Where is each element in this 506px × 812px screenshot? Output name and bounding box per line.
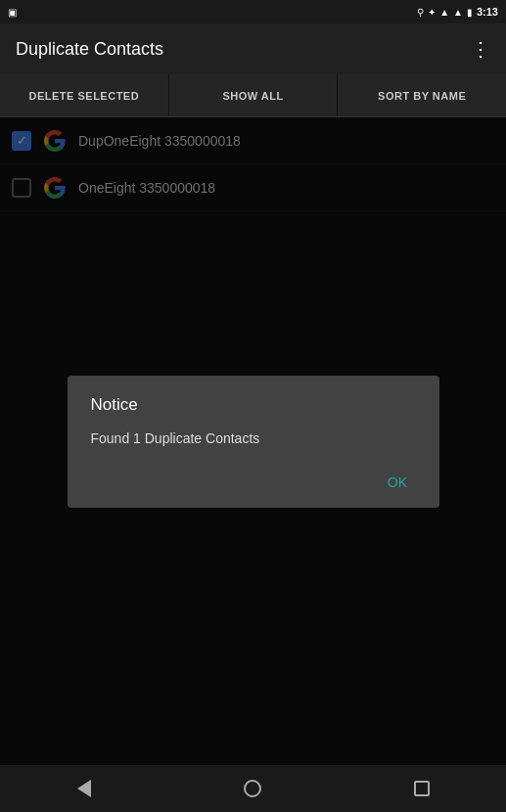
bluetooth-icon: ✦ — [428, 7, 436, 18]
home-icon — [244, 780, 261, 797]
delete-selected-button[interactable]: DELETE SELECTED — [0, 74, 169, 116]
dialog-overlay: Notice Found 1 Duplicate Contacts OK — [0, 117, 506, 765]
battery-icon: ▮ — [467, 7, 473, 18]
dialog-title: Notice — [91, 395, 416, 415]
status-bar-right: ⚲ ✦ ▲ ▲ ▮ 3:13 — [417, 6, 498, 18]
home-button[interactable] — [229, 765, 276, 812]
show-all-button[interactable]: SHOW ALL — [169, 74, 339, 116]
app-bar: Duplicate Contacts ⋮ — [0, 23, 506, 74]
wifi-icon: ▲ — [453, 7, 463, 18]
page-wrapper: ▣ ⚲ ✦ ▲ ▲ ▮ 3:13 Duplicate Contacts ⋮ DE… — [0, 0, 506, 812]
toolbar: DELETE SELECTED SHOW ALL SORT BY NAME — [0, 74, 506, 117]
nav-bar — [0, 765, 506, 812]
status-bar: ▣ ⚲ ✦ ▲ ▲ ▮ 3:13 — [0, 0, 506, 23]
back-button[interactable] — [61, 765, 108, 812]
status-time: 3:13 — [477, 6, 498, 18]
overflow-menu-icon[interactable]: ⋮ — [471, 37, 490, 61]
app-title: Duplicate Contacts — [16, 39, 163, 60]
dialog-ok-button[interactable]: OK — [380, 469, 416, 496]
dialog-actions: OK — [91, 469, 416, 496]
notice-dialog: Notice Found 1 Duplicate Contacts OK — [68, 376, 439, 508]
recents-button[interactable] — [398, 765, 445, 812]
location-icon: ⚲ — [417, 7, 424, 18]
recents-icon — [414, 781, 430, 796]
notification-icon: ▣ — [8, 7, 17, 18]
dialog-message: Found 1 Duplicate Contacts — [91, 429, 416, 449]
signal-icon: ▲ — [439, 7, 449, 18]
back-icon — [77, 780, 91, 797]
sort-by-name-button[interactable]: SORT BY NAME — [338, 74, 506, 116]
status-bar-left: ▣ — [8, 7, 17, 18]
